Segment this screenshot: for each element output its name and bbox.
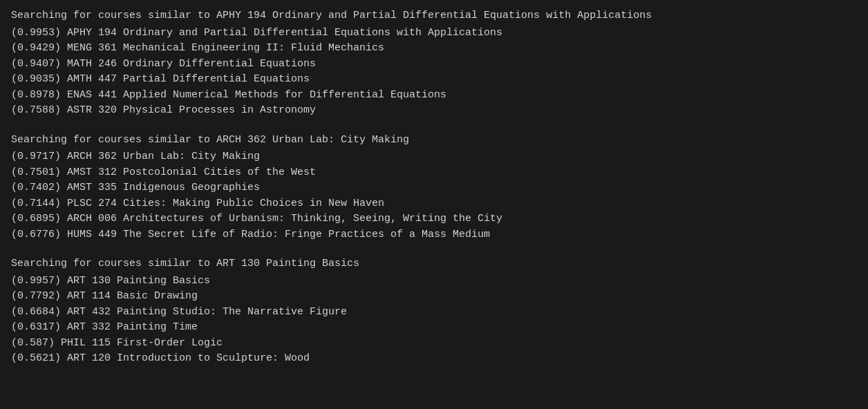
- result-line: (0.6776) HUMS 449 The Secret Life of Rad…: [11, 227, 857, 243]
- result-line: (0.7501) AMST 312 Postcolonial Cities of…: [11, 165, 857, 181]
- result-line: (0.9953) APHY 194 Ordinary and Partial D…: [11, 26, 857, 41]
- result-line: (0.7402) AMST 335 Indigenous Geographies: [11, 180, 857, 196]
- search-header: Searching for courses similar to APHY 19…: [11, 8, 857, 24]
- result-line: (0.5621) ART 120 Introduction to Sculptu…: [11, 351, 857, 367]
- result-line: (0.9429) MENG 361 Mechanical Engineering…: [11, 41, 857, 57]
- result-line: (0.6317) ART 332 Painting Time: [11, 320, 857, 336]
- result-line: (0.7792) ART 114 Basic Drawing: [11, 289, 857, 305]
- result-line: (0.6895) ARCH 006 Architectures of Urban…: [11, 211, 857, 227]
- result-section: Searching for courses similar to ARCH 36…: [11, 133, 857, 243]
- search-header: Searching for courses similar to ART 130…: [11, 256, 857, 272]
- result-line: (0.9035) AMTH 447 Partial Differential E…: [11, 72, 857, 88]
- terminal-output: Searching for courses similar to APHY 19…: [11, 8, 857, 367]
- result-line: (0.6684) ART 432 Painting Studio: The Na…: [11, 305, 857, 321]
- search-header: Searching for courses similar to ARCH 36…: [11, 133, 857, 149]
- result-line: (0.9717) ARCH 362 Urban Lab: City Making: [11, 149, 857, 165]
- result-line: (0.587) PHIL 115 First-Order Logic: [11, 336, 857, 352]
- result-line: (0.7144) PLSC 274 Cities: Making Public …: [11, 196, 857, 212]
- result-section: Searching for courses similar to ART 130…: [11, 256, 857, 367]
- result-line: (0.7588) ASTR 320 Physical Processes in …: [11, 103, 857, 119]
- result-line: (0.9957) ART 130 Painting Basics: [11, 274, 857, 289]
- result-section: Searching for courses similar to APHY 19…: [11, 8, 857, 119]
- result-line: (0.9407) MATH 246 Ordinary Differential …: [11, 57, 857, 73]
- result-line: (0.8978) ENAS 441 Applied Numerical Meth…: [11, 88, 857, 104]
